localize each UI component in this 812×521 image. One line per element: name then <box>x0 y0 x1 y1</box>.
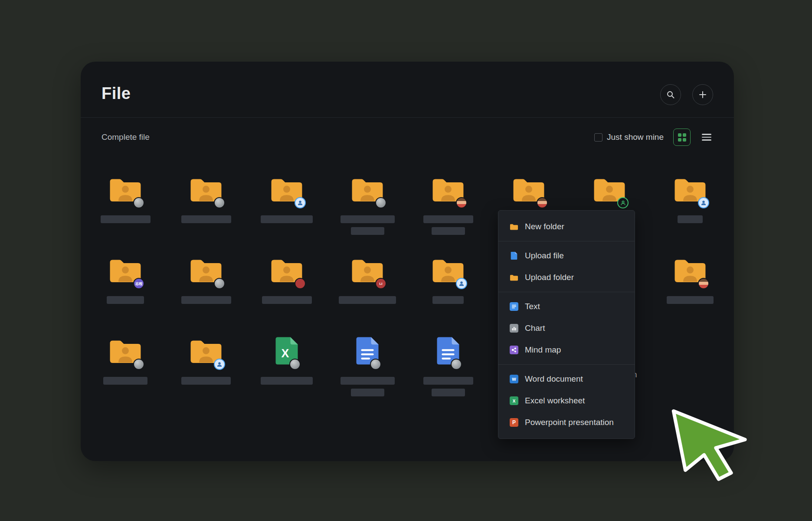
grid-view-button[interactable] <box>673 129 691 146</box>
file-name-skeleton <box>181 296 231 304</box>
file-name-skeleton <box>261 215 313 223</box>
menu-item-label: New folder <box>525 222 564 231</box>
menu-item-text[interactable]: Text <box>498 296 635 317</box>
menu-item-label: Powerpoint presentation <box>525 418 614 427</box>
file-cell[interactable] <box>408 169 488 250</box>
toolbar: Complete file Just show mine <box>102 127 713 148</box>
file-name-skeleton <box>262 296 312 304</box>
name-skeleton-bar <box>261 377 313 385</box>
menu-item-upload-folder[interactable]: Upload folder <box>498 267 635 288</box>
list-view-button[interactable] <box>700 131 713 144</box>
mine-checkbox[interactable] <box>594 133 602 142</box>
file-cell[interactable] <box>166 331 246 412</box>
text-icon <box>510 302 518 311</box>
svg-text:X: X <box>281 347 289 360</box>
name-skeleton-bar <box>351 227 384 235</box>
avatar-badge-cat <box>133 359 144 370</box>
name-skeleton-bar <box>423 377 473 385</box>
avatar-badge-invite <box>617 197 629 208</box>
toolbar-right: Just show mine <box>594 129 713 146</box>
just-show-mine-filter[interactable]: Just show mine <box>594 132 664 142</box>
avatar-badge-cat <box>370 359 381 370</box>
name-skeleton-bar <box>339 296 396 304</box>
file-name-skeleton <box>107 296 144 304</box>
name-skeleton-bar <box>432 389 465 396</box>
avatar-badge-cat <box>133 197 144 208</box>
menu-item-label: Upload file <box>525 251 564 260</box>
menu-item-new-folder[interactable]: New folder <box>498 216 635 237</box>
upload-file-icon <box>510 251 518 260</box>
file-cell[interactable] <box>650 169 730 250</box>
grid-view-icon <box>678 133 686 142</box>
file-cell[interactable] <box>166 169 246 250</box>
avatar-badge-initials: LI <box>375 278 386 289</box>
file-name-skeleton <box>341 377 395 396</box>
avatar-badge-girl <box>456 197 467 208</box>
menu-item-word-document[interactable]: wWord document <box>498 368 635 390</box>
file-cell[interactable]: LI <box>327 250 408 331</box>
file-name-skeleton <box>101 215 151 223</box>
file-cell[interactable] <box>408 331 488 412</box>
file-cell[interactable]: 志程 <box>85 250 166 331</box>
search-icon <box>666 90 675 99</box>
menu-item-upload-file[interactable]: Upload file <box>498 245 635 267</box>
menu-group: Text Chart Mind map <box>498 292 635 364</box>
file-cell[interactable] <box>85 331 166 412</box>
file-cell[interactable] <box>327 331 408 412</box>
file-name-skeleton <box>261 377 313 385</box>
menu-item-excel-worksheet[interactable]: xExcel worksheet <box>498 390 635 412</box>
file-cell[interactable] <box>85 169 166 250</box>
mine-label[interactable]: Just show mine <box>607 132 664 142</box>
avatar-badge-person <box>456 278 467 289</box>
file-name-skeleton <box>423 215 473 235</box>
file-cell[interactable] <box>166 250 246 331</box>
name-skeleton-bar <box>667 296 714 304</box>
menu-group: Upload file Upload folder <box>498 241 635 292</box>
excel-icon: x <box>510 396 518 405</box>
context-menu: New folder Upload file Upload folder Tex… <box>498 210 635 439</box>
avatar-badge-initials <box>295 278 306 289</box>
name-skeleton-bar <box>423 215 473 223</box>
avatar-badge-cat <box>214 197 225 208</box>
name-skeleton-bar <box>432 296 464 304</box>
page-title: File <box>102 84 131 103</box>
menu-item-mind-map[interactable]: Mind map <box>498 339 635 361</box>
name-skeleton-bar <box>262 296 312 304</box>
file-name-skeleton <box>423 377 473 396</box>
avatar-badge-cat <box>375 197 386 208</box>
file-cell[interactable] <box>650 250 730 331</box>
file-cell[interactable] <box>408 250 488 331</box>
file-cell[interactable] <box>246 169 327 250</box>
header-actions <box>660 84 713 105</box>
menu-item-chart[interactable]: Chart <box>498 317 635 339</box>
chart-icon <box>510 324 518 333</box>
file-cell[interactable]: X <box>246 331 327 412</box>
section-label: Complete file <box>102 132 150 142</box>
menu-item-label: Text <box>525 302 540 311</box>
plus-icon <box>698 90 707 99</box>
file-cell[interactable] <box>327 169 408 250</box>
avatar-badge-cat <box>214 278 225 289</box>
name-skeleton-bar <box>351 389 384 396</box>
menu-item-powerpoint-presentation[interactable]: PPowerpoint presentation <box>498 412 635 433</box>
avatar-badge-person <box>698 197 709 208</box>
avatar-badge-cat <box>451 359 462 370</box>
upload-folder-icon <box>510 273 518 282</box>
name-skeleton-bar <box>678 215 703 223</box>
menu-group: wWord documentxExcel worksheetPPowerpoin… <box>498 364 635 437</box>
file-cell[interactable] <box>246 250 327 331</box>
name-skeleton-bar <box>103 377 147 385</box>
file-name-skeleton <box>181 215 231 223</box>
word-icon: w <box>510 375 518 383</box>
ppt-icon: P <box>510 418 518 427</box>
avatar-badge-cat <box>289 359 301 370</box>
file-name-skeleton <box>667 296 714 304</box>
search-button[interactable] <box>660 84 681 105</box>
add-button[interactable] <box>692 84 713 105</box>
file-name-skeleton <box>432 296 464 304</box>
name-skeleton-bar <box>101 215 151 223</box>
name-skeleton-bar <box>181 377 231 385</box>
file-name-skeleton <box>181 377 231 385</box>
empty-cell <box>650 331 730 412</box>
menu-item-label: Word document <box>525 374 583 384</box>
